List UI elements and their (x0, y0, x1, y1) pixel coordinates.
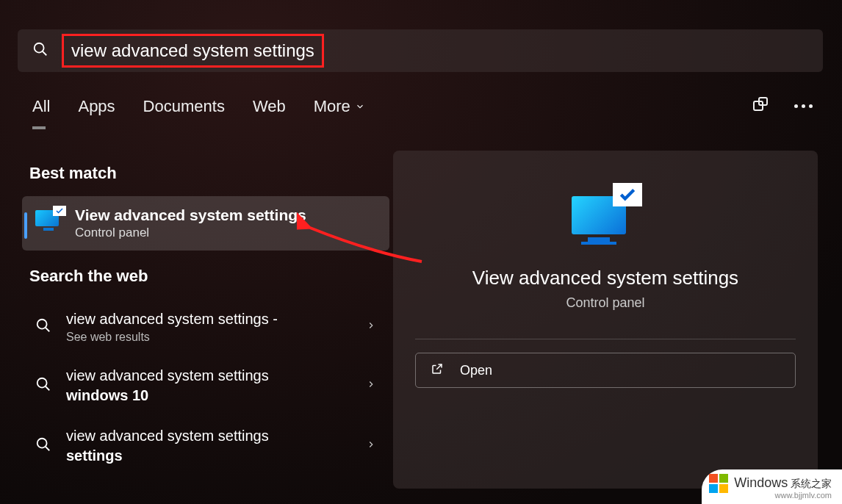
best-match-title: View advanced system settings (75, 206, 306, 224)
best-match-result[interactable]: View advanced system settings Control pa… (22, 196, 389, 251)
web-result-line1: view advanced system settings (66, 428, 269, 444)
search-icon (32, 41, 48, 60)
svg-point-0 (35, 43, 44, 53)
watermark: Windows 系统之家 www.bjjmlv.com (702, 469, 842, 504)
search-bar[interactable]: view advanced system settings (18, 29, 823, 72)
best-match-heading: Best match (29, 164, 382, 183)
svg-line-7 (46, 386, 50, 390)
chevron-down-icon (355, 97, 365, 116)
divider (415, 339, 796, 339)
search-icon (35, 376, 51, 395)
more-options-icon[interactable] (794, 104, 813, 108)
top-right-actions (752, 96, 813, 116)
svg-point-8 (37, 438, 47, 447)
web-result-1[interactable]: view advanced system settings windows 10 (22, 356, 389, 416)
svg-line-9 (46, 446, 50, 450)
svg-point-6 (37, 378, 47, 387)
tab-all[interactable]: All (32, 97, 50, 129)
search-web-heading: Search the web (29, 267, 382, 286)
tab-more-label: More (314, 97, 350, 116)
tab-more[interactable]: More (314, 97, 365, 129)
open-button[interactable]: Open (415, 353, 796, 388)
search-input-highlight: view advanced system settings (62, 34, 324, 68)
detail-panel: View advanced system settings Control pa… (393, 151, 818, 489)
overview-icon[interactable] (752, 96, 769, 116)
system-settings-icon (35, 210, 62, 237)
svg-point-4 (37, 320, 47, 329)
detail-subtitle: Control panel (566, 295, 644, 311)
watermark-brand: Windows (734, 475, 788, 490)
web-result-line1: view advanced system settings (66, 367, 269, 384)
best-match-subtitle: Control panel (75, 226, 306, 240)
search-query-text[interactable]: view advanced system settings (71, 40, 314, 61)
tab-web[interactable]: Web (253, 97, 286, 129)
chevron-right-icon (366, 439, 376, 453)
filter-tabs: All Apps Documents Web More (32, 97, 365, 129)
watermark-cn: 系统之家 (791, 478, 832, 489)
svg-line-1 (43, 51, 47, 56)
chevron-right-icon (366, 379, 376, 392)
web-result-2[interactable]: view advanced system settings settings (22, 416, 389, 476)
system-settings-large-icon (572, 186, 639, 245)
svg-line-5 (46, 328, 50, 332)
web-result-0[interactable]: view advanced system settings - See web … (22, 299, 389, 356)
search-icon (35, 436, 51, 456)
tab-apps[interactable]: Apps (78, 97, 115, 129)
web-result-sub: See web results (66, 329, 351, 345)
detail-title: View advanced system settings (472, 267, 738, 289)
results-column: Best match View advanced system settings… (22, 158, 389, 476)
windows-logo-icon (708, 472, 730, 494)
open-button-label: Open (460, 363, 492, 378)
chevron-right-icon (366, 320, 376, 334)
tab-documents[interactable]: Documents (143, 97, 225, 129)
web-result-line1: view advanced system settings (66, 311, 269, 327)
search-icon (35, 317, 51, 336)
open-external-icon (431, 362, 444, 379)
watermark-url: www.bjjmlv.com (734, 491, 832, 500)
